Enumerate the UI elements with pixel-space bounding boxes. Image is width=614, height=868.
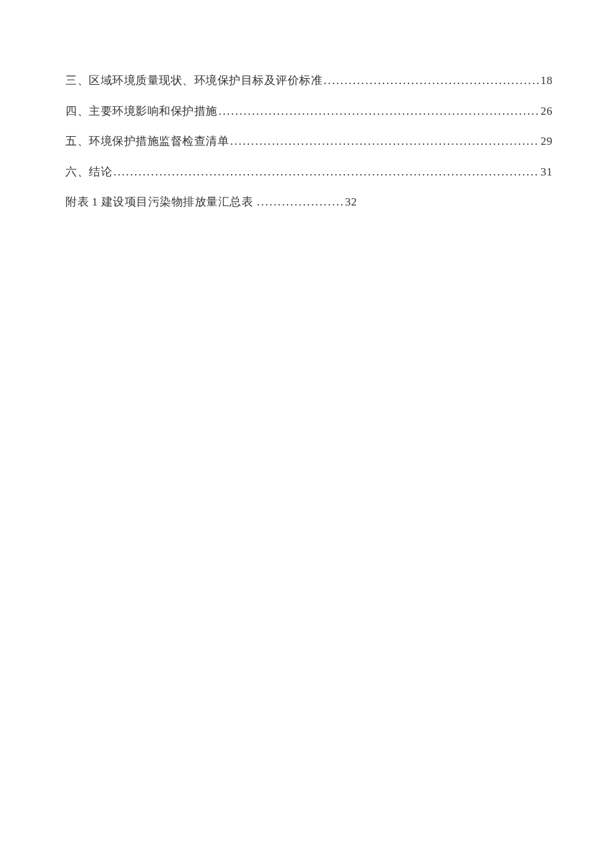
toc-entry: 五、环境保护措施监督检查清单 29 — [65, 133, 553, 150]
toc-dots — [219, 103, 540, 120]
toc-appendix-title: 附表 1 建设项目污染物排放量汇总表 — [65, 193, 253, 211]
toc-entry-page: 29 — [541, 133, 553, 150]
toc-entry: 六、结论 31 — [65, 163, 553, 181]
toc-dots — [113, 163, 539, 181]
toc-entry-title: 六、结论 — [65, 163, 112, 181]
toc-entry: 三、区域环境质量现状、环境保护目标及评价标准 18 — [65, 72, 553, 89]
toc-dots — [324, 72, 539, 89]
toc-entry-title: 三、区域环境质量现状、环境保护目标及评价标准 — [65, 72, 322, 89]
toc-appendix-page: 32 — [345, 193, 357, 211]
toc-entry-page: 18 — [541, 72, 553, 89]
table-of-contents: 三、区域环境质量现状、环境保护目标及评价标准 18 四、主要环境影响和保护措施 … — [65, 72, 553, 211]
toc-entry: 四、主要环境影响和保护措施 26 — [65, 103, 553, 120]
toc-entry-page: 26 — [541, 103, 553, 120]
toc-appendix-entry: 附表 1 建设项目污染物排放量汇总表 32 — [65, 193, 553, 211]
toc-dots — [230, 133, 539, 150]
toc-entry-title: 四、主要环境影响和保护措施 — [65, 103, 218, 120]
toc-dots — [257, 193, 344, 211]
toc-entry-page: 31 — [541, 163, 553, 181]
toc-entry-title: 五、环境保护措施监督检查清单 — [65, 133, 229, 150]
